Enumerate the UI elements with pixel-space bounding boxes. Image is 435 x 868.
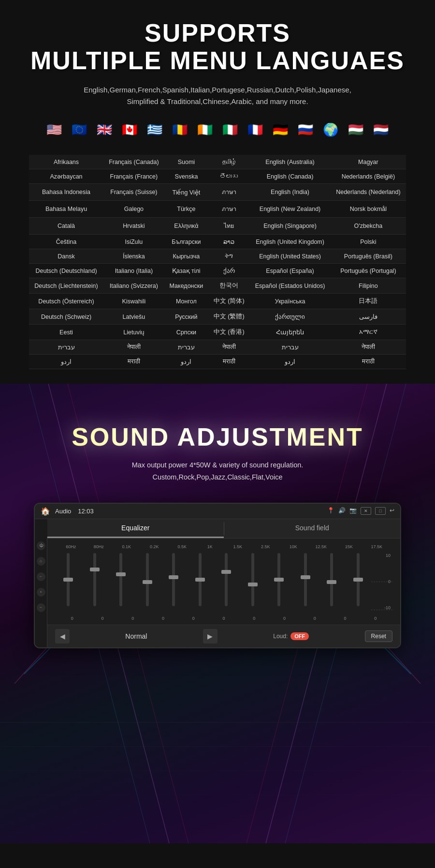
- lang-cell: Polski: [331, 235, 406, 249]
- eq-slider-thumb[interactable]: [143, 580, 152, 584]
- vol-up-btn[interactable]: +: [37, 588, 45, 597]
- eq-zero-val: 0: [360, 616, 391, 621]
- eq-slider-thumb[interactable]: [353, 578, 363, 582]
- lang-cell: Català: [29, 218, 103, 235]
- lang-cell: اردو: [249, 355, 330, 369]
- freq-label: 0.2K: [141, 544, 169, 549]
- flag-eu: 🇪🇺: [69, 119, 90, 140]
- eq-zero-val: 0: [330, 616, 361, 621]
- freq-label: 12.5K: [307, 544, 335, 549]
- flag-hu: 🇭🇺: [345, 119, 366, 140]
- eq-slider-col: [55, 551, 82, 614]
- eq-slider-thumb[interactable]: [169, 575, 178, 579]
- lang-cell: Svenska: [164, 169, 208, 184]
- eq-slider-track[interactable]: [277, 553, 280, 606]
- home-btn[interactable]: ⌂: [37, 557, 45, 566]
- eq-slider-track[interactable]: [225, 553, 228, 606]
- freq-label: 10K: [279, 544, 307, 549]
- back-icon[interactable]: ↩: [390, 507, 394, 515]
- flag-de: 🇩🇪: [270, 119, 291, 140]
- eq-slider-track[interactable]: [119, 553, 122, 606]
- tab-sound-field[interactable]: Sound field: [224, 519, 401, 538]
- freq-label: 1K: [196, 544, 224, 549]
- eq-slider-col: [160, 551, 187, 614]
- top-section: SUPPORTS MULTIPLE MENU LANGUAES English,…: [0, 0, 435, 384]
- lang-cell: ภาษา: [208, 184, 249, 201]
- lang-cell: ქართული: [249, 309, 330, 325]
- eq-bottom-bar: ◀ Normal ▶ Loud: OFF Reset: [47, 625, 400, 647]
- freq-label: 0.5K: [168, 544, 196, 549]
- eq-slider-track[interactable]: [67, 553, 70, 606]
- device-audio-label: Audio: [55, 508, 71, 515]
- eq-slider-track[interactable]: [304, 553, 307, 606]
- lang-cell: Français (France): [103, 169, 164, 184]
- subtitle-text: English,German,French,Spanish,Italian,Po…: [29, 84, 406, 107]
- next-mode-btn[interactable]: ▶: [203, 629, 218, 644]
- eq-mode-label: Normal: [125, 632, 147, 640]
- title-line2: MULTIPLE MENU LANGUAES: [30, 46, 405, 75]
- eq-zero-val: 0: [300, 616, 330, 621]
- eq-slider-track[interactable]: [172, 553, 175, 606]
- lang-cell: 中文 (香港): [208, 325, 249, 340]
- lang-cell: 日本語: [331, 294, 406, 309]
- eq-slider-col: [292, 551, 319, 614]
- eq-slider-track[interactable]: [146, 553, 149, 606]
- lang-cell: Македонски: [164, 278, 208, 294]
- eq-slider-track[interactable]: [357, 553, 360, 606]
- lang-cell: Deutsch (Österreich): [29, 294, 103, 309]
- freq-label: 15K: [335, 544, 363, 549]
- camera-icon: 📷: [349, 507, 357, 515]
- eq-slider-thumb[interactable]: [274, 578, 284, 582]
- eq-slider-thumb[interactable]: [116, 572, 126, 576]
- eq-slider-track[interactable]: [251, 553, 254, 606]
- lang-cell: 中文 (繁體): [208, 309, 249, 325]
- lang-cell: Português (Brasil): [331, 249, 406, 264]
- lang-cell: Монгол: [164, 294, 208, 309]
- eq-slider-thumb[interactable]: [248, 583, 258, 586]
- eq-zero-val: 0: [87, 616, 118, 621]
- lang-cell: Norsk bokmål: [331, 201, 406, 218]
- eq-slider-track[interactable]: [199, 553, 202, 606]
- lang-cell: Afrikaans: [29, 155, 103, 169]
- lang-cell: עברית: [249, 340, 330, 355]
- lang-cell: Русский: [164, 309, 208, 325]
- home-icon[interactable]: 🏠: [41, 507, 50, 516]
- flag-world: 🌍: [320, 119, 341, 140]
- tab-equalizer[interactable]: Equalizer: [47, 519, 224, 538]
- lang-cell: اردو: [29, 355, 103, 369]
- lang-cell: Azərbaycan: [29, 169, 103, 184]
- device-side-buttons: ⏻ ⌂ ← + −: [35, 537, 47, 647]
- loud-toggle[interactable]: OFF: [290, 632, 309, 640]
- power-btn[interactable]: ⏻: [37, 541, 45, 550]
- vol-dn-btn[interactable]: −: [37, 603, 45, 612]
- main-title: SUPPORTS MULTIPLE MENU LANGUAES: [29, 19, 406, 75]
- lang-cell: Eesti: [29, 325, 103, 340]
- window-icon[interactable]: □: [375, 507, 386, 515]
- eq-slider-thumb[interactable]: [221, 570, 231, 574]
- lang-cell: ภาษา: [208, 201, 249, 218]
- flag-ca: 🇨🇦: [119, 119, 140, 140]
- eq-slider-col: [134, 551, 161, 614]
- lang-cell: Italiano (Italia): [103, 264, 164, 278]
- eq-slider-track[interactable]: [93, 553, 96, 606]
- freq-label: 80Hz: [85, 544, 113, 549]
- lang-cell: עברית: [164, 340, 208, 355]
- eq-slider-thumb[interactable]: [327, 580, 336, 584]
- volume-icon: 🔊: [338, 507, 346, 515]
- eq-slider-thumb[interactable]: [195, 578, 205, 582]
- eq-slider-thumb[interactable]: [63, 578, 73, 582]
- eq-slider-thumb[interactable]: [90, 568, 100, 571]
- eq-zero-val: 0: [117, 616, 148, 621]
- flag-gb: 🇬🇧: [94, 119, 115, 140]
- zero-vals-row: 00000000000: [55, 614, 392, 621]
- lang-cell: Türkçe: [164, 201, 208, 218]
- eq-slider-track[interactable]: [330, 553, 333, 606]
- lang-cell: Français (Suisse): [103, 184, 164, 201]
- back-nav-btn[interactable]: ←: [37, 572, 45, 581]
- loud-label: Loud:: [273, 633, 288, 640]
- eq-zero-val: 0: [57, 616, 87, 621]
- eq-slider-thumb[interactable]: [301, 575, 310, 579]
- prev-mode-btn[interactable]: ◀: [55, 629, 70, 644]
- reset-button[interactable]: Reset: [365, 630, 392, 642]
- close-icon[interactable]: ✕: [361, 507, 371, 515]
